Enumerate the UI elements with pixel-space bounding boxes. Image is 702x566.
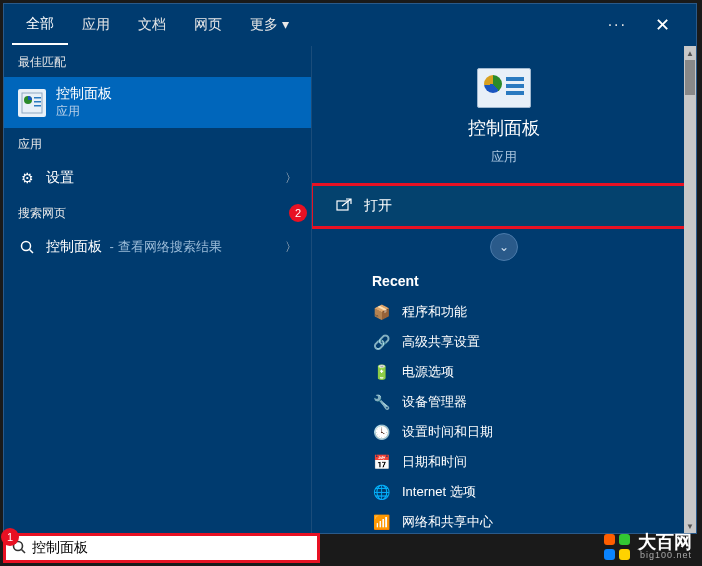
internet-options-icon: 🌐 [372,483,390,501]
scrollbar[interactable]: ▲ ▼ [684,46,696,533]
open-icon [336,198,352,214]
detail-title: 控制面板 [468,116,540,140]
settings-result[interactable]: ⚙ 设置 〉 [4,159,311,197]
svg-rect-0 [22,93,42,113]
expand-button[interactable]: ⌄ [490,233,518,261]
chevron-right-icon: 〉 [285,170,297,187]
recent-item[interactable]: 🔧设备管理器 [312,387,696,417]
search-icon [18,238,36,256]
section-web: 搜索网页 [4,197,311,228]
datetime-icon: 📅 [372,453,390,471]
web-query-text: 控制面板 - 查看网络搜索结果 [46,238,222,256]
svg-rect-2 [34,97,41,99]
tab-apps[interactable]: 应用 [68,6,124,44]
tab-documents[interactable]: 文档 [124,6,180,44]
svg-line-9 [22,549,26,553]
gear-icon: ⚙ [18,169,36,187]
tab-web[interactable]: 网页 [180,6,236,44]
chevron-down-icon: ⌄ [499,240,509,254]
web-search-result[interactable]: 控制面板 - 查看网络搜索结果 〉 [4,228,311,266]
results-list: 最佳匹配 控制面板 应用 应用 ⚙ 设置 〉 搜索网页 [4,46,311,533]
open-label: 打开 [364,197,392,215]
recent-list: 📦程序和功能 🔗高级共享设置 🔋电源选项 🔧设备管理器 🕓设置时间和日期 📅日期… [312,297,696,533]
svg-rect-4 [34,105,41,107]
recent-item[interactable]: 📅日期和时间 [312,447,696,477]
more-options-icon[interactable]: ··· [608,16,627,34]
watermark-url: big100.net [638,551,692,560]
search-input[interactable] [32,540,311,556]
control-panel-icon [477,68,531,108]
network-center-icon: 📶 [372,513,390,531]
scroll-down-icon[interactable]: ▼ [684,519,696,533]
watermark: 大百网 big100.net [604,533,692,560]
datetime-settings-icon: 🕓 [372,423,390,441]
recent-item[interactable]: 📦程序和功能 [312,297,696,327]
chevron-right-icon: 〉 [285,239,297,256]
scroll-up-icon[interactable]: ▲ [684,46,696,60]
settings-label: 设置 [46,169,74,187]
section-best-match: 最佳匹配 [4,46,311,77]
device-manager-icon: 🔧 [372,393,390,411]
watermark-title: 大百网 [638,533,692,551]
recent-section-label: Recent [312,267,696,297]
control-panel-icon [18,89,46,117]
tab-all[interactable]: 全部 [12,5,68,45]
detail-subtitle: 应用 [491,148,517,166]
sharing-icon: 🔗 [372,333,390,351]
best-match-item[interactable]: 控制面板 应用 [4,77,311,128]
recent-item[interactable]: 🔋电源选项 [312,357,696,387]
filter-tabs: 全部 应用 文档 网页 更多 ▾ ··· ✕ [4,4,696,46]
recent-item[interactable]: 🌐Internet 选项 [312,477,696,507]
section-apps: 应用 [4,128,311,159]
detail-pane: 控制面板 应用 打开 ⌄ Recent 📦程序和功能 🔗高级共享设置 🔋电源选项… [311,46,696,533]
svg-point-5 [22,242,31,251]
svg-rect-3 [34,101,41,103]
open-action[interactable]: 打开 [312,185,696,227]
recent-item[interactable]: 🔗高级共享设置 [312,327,696,357]
chevron-down-icon: ▾ [282,16,289,32]
scrollbar-thumb[interactable] [685,60,695,95]
recent-item[interactable]: 🕓设置时间和日期 [312,417,696,447]
watermark-logo-icon [604,534,630,560]
power-icon: 🔋 [372,363,390,381]
programs-icon: 📦 [372,303,390,321]
annotation-badge-1: 1 [1,528,19,546]
best-match-title: 控制面板 [56,85,112,103]
svg-line-6 [30,250,34,254]
best-match-subtitle: 应用 [56,103,112,120]
close-button[interactable]: ✕ [645,8,680,42]
search-box[interactable] [3,533,320,563]
recent-item[interactable]: 📶网络和共享中心 [312,507,696,533]
annotation-badge-2: 2 [289,204,307,222]
tab-more[interactable]: 更多 ▾ [236,6,303,44]
search-results-panel: 全部 应用 文档 网页 更多 ▾ ··· ✕ 最佳匹配 控制面板 应用 应用 [3,3,697,534]
